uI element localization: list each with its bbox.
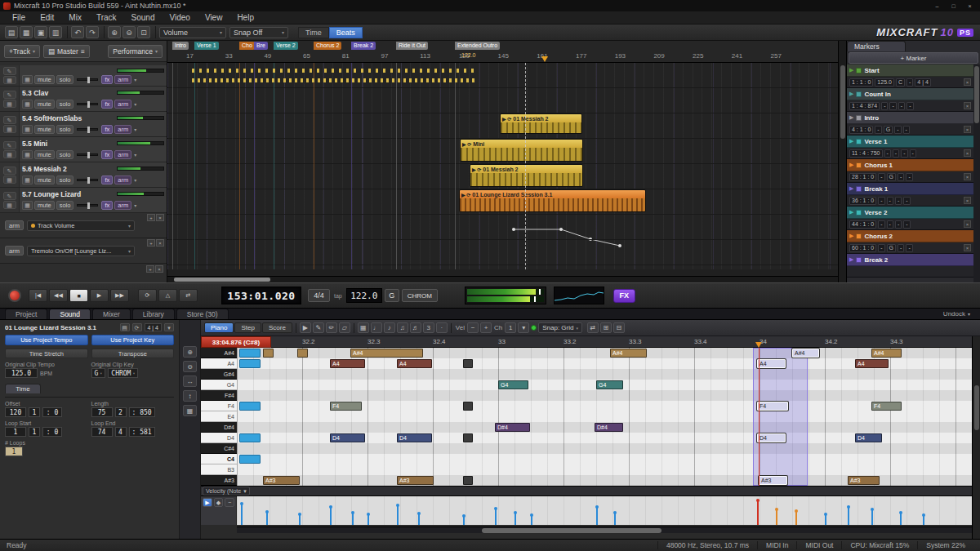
marker-value[interactable]: -	[878, 197, 884, 205]
minimize-button[interactable]: –	[930, 2, 944, 11]
velocity-stem[interactable]	[266, 512, 268, 525]
note-length-icon-3[interactable]: ♬	[410, 322, 421, 333]
midi-note[interactable]	[239, 349, 261, 358]
velocity-diamond-icon[interactable]: ◆	[214, 498, 224, 507]
velocity-stem[interactable]	[330, 507, 332, 525]
markers-scrollbar-thumb[interactable]	[974, 66, 979, 123]
marker-value[interactable]: G	[887, 244, 896, 252]
mute-button[interactable]: mute	[34, 150, 55, 159]
chevron-down-icon[interactable]: ▾	[518, 322, 529, 333]
marker-play-icon[interactable]: ▶	[849, 256, 853, 263]
track-grid-icon[interactable]: ▦	[22, 100, 33, 109]
track-grid-icon[interactable]: ▦	[22, 125, 33, 134]
marker-delete-button[interactable]: ×	[964, 149, 971, 157]
snap-grid-select[interactable]: Snap: Grid ▾	[538, 322, 582, 333]
timeline-marker-flag[interactable]: Bre	[254, 42, 268, 50]
piano-key-ds4[interactable]: D#4	[201, 422, 237, 433]
speaker-icon[interactable]: ▤	[120, 323, 130, 331]
lane-close-button[interactable]: ×	[156, 239, 164, 247]
automation-arm-button[interactable]: arm	[5, 246, 24, 256]
piano-key-gs4[interactable]: G#4	[201, 369, 237, 380]
arrange-v-scrollbar[interactable]	[838, 41, 846, 282]
midi-note[interactable]: A#4	[610, 349, 647, 358]
pencil-icon[interactable]: ✎	[3, 116, 16, 124]
piano-roll-v-scrollbar[interactable]	[972, 336, 980, 539]
markers-tab[interactable]: Markers	[847, 41, 906, 51]
zoom-in-icon[interactable]: ⊕	[108, 26, 121, 38]
time-signature-button[interactable]: 4/4	[308, 289, 330, 302]
timeline-marker-flag[interactable]: Verse 1	[194, 42, 219, 50]
loop-start-bars-field[interactable]: 1	[5, 427, 26, 437]
marker-delete-button[interactable]: ×	[964, 244, 971, 251]
length-bars-field[interactable]: 75	[91, 407, 113, 417]
midi-note[interactable]	[463, 402, 473, 411]
automation-type-select[interactable]: Volume ▾	[159, 27, 226, 38]
dotted-note-button[interactable]: ·	[436, 322, 448, 333]
track-volume-slider[interactable]	[117, 141, 164, 145]
arrange-content[interactable]: ▶ ⟳01 Messiah 2▶ ⟳Mini▶ ⟳01 Messiah 2▶ ⟳…	[167, 63, 838, 269]
midi-note[interactable]: A#3	[397, 476, 434, 485]
time-display[interactable]: 153:01.020	[221, 287, 301, 304]
marker-value[interactable]: -	[906, 102, 913, 110]
mute-button[interactable]: mute	[34, 75, 55, 84]
mute-button[interactable]: mute	[34, 176, 55, 184]
marker-value[interactable]: -	[906, 244, 912, 252]
fx-button[interactable]: fx	[101, 150, 113, 159]
timeline-marker-flag[interactable]: Break 2	[351, 42, 376, 50]
marker-play-icon[interactable]: ▶	[849, 209, 853, 216]
editor-mode-step[interactable]: Step	[234, 322, 261, 333]
instrument-icon[interactable]: ▦	[3, 150, 16, 158]
marker-row[interactable]: ▶Intro4 : 1 : 0-G--×	[847, 112, 973, 136]
time-toggle-button[interactable]: Time	[298, 27, 329, 38]
marker-row[interactable]: ▶Start1 : 1 : 0125.0C-4 | 4×	[847, 64, 973, 88]
maximize-button[interactable]: □	[947, 2, 960, 11]
marker-value[interactable]: -	[884, 149, 891, 158]
automation-arm-button[interactable]: arm	[5, 220, 24, 230]
velocity-stem[interactable]	[871, 509, 873, 525]
marker-value[interactable]: -	[898, 102, 905, 110]
track-menu-chevron[interactable]: ▾	[134, 177, 136, 183]
timeline-marker-flag[interactable]: Verse 2	[274, 42, 298, 50]
offset-beats-field[interactable]: 1	[29, 407, 40, 417]
marker-row[interactable]: ▶Count In1 : 4 : 874----×	[847, 88, 973, 112]
track-grid-icon[interactable]: ▦	[22, 176, 33, 184]
punch-button[interactable]: ⇄	[179, 289, 198, 302]
editor-mode-score[interactable]: Score	[262, 322, 292, 333]
select-tool-icon[interactable]: ▶	[300, 322, 311, 333]
midi-note[interactable]	[239, 359, 261, 368]
tuplet-button[interactable]: 3	[423, 322, 434, 333]
marker-value[interactable]: -	[894, 126, 901, 134]
record-button[interactable]	[8, 289, 21, 302]
zoom-horizontal-icon[interactable]: ↔	[183, 375, 197, 387]
loop-end-beats-field[interactable]: 4	[115, 427, 127, 437]
marker-value[interactable]: -	[903, 220, 910, 229]
fx-button[interactable]: fx	[101, 125, 113, 134]
zoom-fit-icon[interactable]: ⊡	[137, 26, 150, 38]
chord-grid-icon[interactable]: ▦	[358, 322, 369, 333]
marker-value[interactable]: C	[896, 78, 905, 87]
mute-button[interactable]: mute	[34, 125, 55, 134]
midi-note[interactable]: A#4	[871, 349, 902, 358]
tab-sound[interactable]: Sound	[49, 309, 91, 319]
velocity-stem[interactable]	[418, 513, 420, 525]
length-beats-field[interactable]: 2	[115, 407, 127, 417]
marker-value[interactable]: 36 : 1 : 0	[849, 197, 876, 205]
midi-note[interactable]	[263, 349, 274, 358]
marker-value[interactable]: -	[910, 149, 916, 158]
timeline-marker-flag[interactable]: Ride it Out	[396, 42, 428, 50]
midi-note[interactable]	[297, 349, 308, 358]
pan-slider[interactable]	[77, 179, 98, 181]
velocity-stem[interactable]	[352, 513, 354, 525]
midi-note[interactable]	[239, 433, 261, 442]
menu-view[interactable]: View	[198, 11, 230, 24]
snap-select[interactable]: Snap Off ▾	[229, 27, 288, 38]
velocity-stem[interactable]	[299, 514, 301, 525]
marker-value[interactable]: -	[895, 197, 902, 205]
midi-note[interactable]: A#3	[759, 476, 787, 485]
marker-value[interactable]: -	[878, 244, 884, 252]
grid-settings-icon[interactable]: ▦	[183, 405, 197, 416]
instrument-icon[interactable]: ▦	[3, 76, 16, 84]
marker-value[interactable]: 11 : 4 : 750	[849, 149, 883, 158]
chevron-down-icon[interactable]: ▾	[164, 323, 174, 331]
midi-note[interactable]: A4	[397, 359, 432, 368]
